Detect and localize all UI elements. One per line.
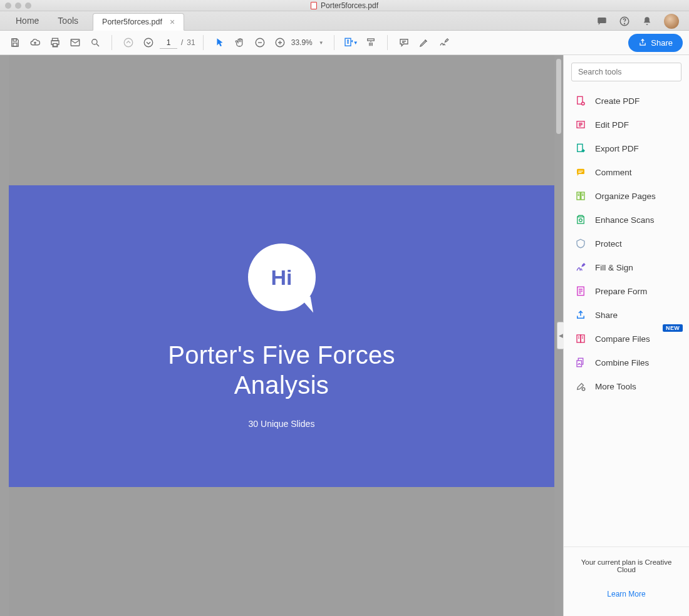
fit-page-icon[interactable]: ▼ [342,34,360,51]
page-down-icon[interactable] [140,34,157,51]
tab-close-icon[interactable]: × [170,19,175,25]
tool-label: Combine Files [595,358,649,367]
window-title: Porter5forces.pdf [311,1,378,10]
tool-icon [575,190,586,202]
toolbar: / 31 33.9% ▼ ▼ Share [0,31,689,55]
svg-point-9 [124,38,133,47]
tool-icon [575,214,586,225]
tool-label: Compare Files [595,334,650,344]
tool-edit-pdf[interactable]: Edit PDF [564,113,689,136]
minimize-window-dot[interactable] [15,3,21,9]
svg-rect-23 [581,192,584,200]
window-controls[interactable] [5,3,31,9]
svg-rect-4 [13,43,17,46]
tool-export-pdf[interactable]: Export PDF [564,136,689,160]
tool-organize-pages[interactable]: Organize Pages [564,184,689,208]
tab-tools[interactable]: Tools [48,11,88,30]
tab-document[interactable]: Porter5forces.pdf × [93,13,184,31]
hand-tool-icon[interactable] [231,34,249,51]
pdf-page: Hi Porter's Five Forces Analysis 30 Uniq… [9,185,554,487]
tool-enhance-scans[interactable]: Enhance Scans [564,208,689,232]
toolbar-separator [334,35,334,50]
svg-rect-14 [367,39,374,41]
select-tool-icon[interactable] [211,34,229,51]
tool-label: Comment [595,168,632,177]
plan-text: Your current plan is Creative Cloud [572,558,680,573]
share-button[interactable]: Share [628,34,683,52]
window-title-text: Porter5forces.pdf [321,1,378,10]
cloud-upload-icon[interactable] [26,34,44,51]
tool-icon [575,333,586,344]
chat-icon[interactable] [596,16,608,27]
tool-label: Create PDF [595,96,640,106]
svg-rect-29 [579,292,581,294]
tool-protect[interactable]: Protect [564,232,689,255]
page-total: 31 [187,38,195,47]
tool-combine-files[interactable]: Combine Files [564,351,689,374]
tool-icon [575,357,586,368]
sticky-note-icon[interactable] [395,34,413,51]
svg-rect-28 [579,290,583,292]
close-window-dot[interactable] [5,3,11,9]
page-separator: / [181,38,183,47]
user-avatar[interactable] [664,14,679,29]
zoom-out-icon[interactable] [251,34,269,51]
tool-icon [575,95,586,106]
tab-home[interactable]: Home [6,11,48,30]
tool-icon [575,309,586,321]
tool-comment[interactable]: Comment [564,160,689,184]
svg-point-8 [92,39,97,44]
email-icon[interactable] [66,34,84,51]
tab-bar: Home Tools Porter5forces.pdf × [0,11,689,31]
share-button-label: Share [651,38,673,48]
page-current-input[interactable] [160,37,177,49]
tool-label: Edit PDF [595,120,629,130]
find-icon[interactable] [86,34,104,51]
svg-point-10 [144,38,153,47]
tool-label: Organize Pages [595,192,656,201]
right-panel-toggle[interactable]: ◀ [557,322,564,349]
tool-label: Prepare Form [595,287,647,296]
pdf-file-icon [311,2,317,9]
zoom-in-icon[interactable] [271,34,289,51]
zoom-level[interactable]: 33.9% ▼ [291,38,326,47]
svg-rect-6 [53,44,57,47]
tool-label: More Tools [595,382,636,391]
tool-fill-sign[interactable]: Fill & Sign [564,255,689,279]
zoom-value: 33.9% [291,38,313,47]
tool-create-pdf[interactable]: Create PDF [564,89,689,113]
vertical-scrollbar[interactable] [556,59,561,134]
document-stage[interactable]: Hi Porter's Five Forces Analysis 30 Uniq… [0,55,564,616]
print-icon[interactable] [46,34,64,51]
save-icon[interactable] [6,34,24,51]
slide-title: Porter's Five Forces Analysis [168,340,395,400]
highlight-icon[interactable] [415,34,433,51]
tool-share[interactable]: Share [564,303,689,327]
bubble-text: Hi [271,265,293,290]
tool-prepare-form[interactable]: Prepare Form [564,279,689,303]
new-badge: NEW [663,324,683,332]
toolbar-separator [203,35,204,50]
svg-rect-22 [577,192,580,200]
svg-rect-20 [578,171,583,172]
tool-label: Enhance Scans [595,215,655,225]
tool-label: Share [595,311,618,320]
search-tools-input[interactable] [571,63,681,81]
tool-label: Protect [595,239,622,249]
bell-icon[interactable] [641,16,653,27]
slide-subtitle: 30 Unique Slides [249,419,315,429]
tool-more-tools[interactable]: More Tools [564,374,689,398]
tools-list: Create PDFEdit PDFExport PDFCommentOrgan… [564,85,689,402]
mac-titlebar: Porter5forces.pdf [0,0,689,11]
page-up-icon[interactable] [120,34,137,51]
zoom-window-dot[interactable] [25,3,31,9]
learn-more-link[interactable]: Learn More [572,590,680,598]
signature-icon[interactable] [435,34,453,51]
svg-point-25 [579,219,583,222]
page-width-icon[interactable] [362,34,380,51]
tool-compare-files[interactable]: Compare FilesNEW [564,327,689,351]
help-icon[interactable] [619,16,630,27]
tool-icon [575,285,586,297]
svg-rect-31 [581,335,584,342]
tool-icon [575,262,586,273]
